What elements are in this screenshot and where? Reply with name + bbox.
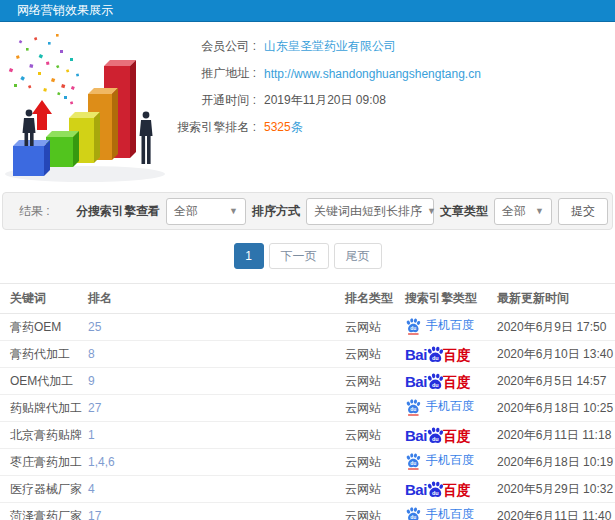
baidu-paw-icon: du (426, 372, 444, 390)
update-time-cell: 2020年6月18日 10:25 (497, 395, 615, 422)
svg-text:du: du (410, 515, 416, 520)
rank-unit: 条 (291, 120, 303, 134)
baidu-logo-latin: Bai (405, 482, 427, 498)
rank-type-cell: 云网站 (345, 503, 405, 520)
rank-link[interactable]: 27 (88, 401, 101, 415)
svg-text:du: du (410, 407, 416, 412)
baidu-logo-latin: Bai (405, 374, 427, 390)
svg-text:du: du (432, 382, 439, 388)
keyword-cell: 膏药OEM (0, 314, 88, 341)
keyword-header: 关键词 (0, 284, 88, 314)
table-header-row: 关键词 排名 排名类型 搜索引擎类型 最新更新时间 (0, 284, 615, 314)
rank-type-cell: 云网站 (345, 476, 405, 503)
promo-url-row: 推广地址 : http://www.shandonghuangshengtang… (172, 65, 615, 82)
rank-type-cell: 云网站 (345, 314, 405, 341)
baidu-logo-hanzi: 百度 (443, 375, 471, 390)
baidu-logo-hanzi: 百度 (443, 429, 471, 444)
rank-cell: 25 (88, 314, 345, 341)
update-time-cell: 2020年6月11日 11:18 (497, 422, 615, 449)
rank-count: 5325 (264, 120, 291, 134)
table-row: OEM代加工 9 云网站 Bai du 百度 2020年6月5日 14:57 (0, 368, 615, 395)
bar-green (46, 131, 79, 167)
table-row: 药贴牌代加工 27 云网站 du 手机百度 2020年6月18日 10:25 (0, 395, 615, 422)
engine-rank-value[interactable]: 5325条 (264, 119, 615, 136)
rank-cell: 8 (88, 341, 345, 368)
table-row: 膏药代加工 8 云网站 Bai du 百度 2020年6月10日 13:40 (0, 341, 615, 368)
baidu-logo-badge: Bai du 百度 (405, 345, 471, 363)
update-time-cell: 2020年6月9日 17:50 (497, 314, 615, 341)
last-page-button[interactable]: 尾页 (334, 243, 382, 269)
baidu-paw-icon: du (426, 426, 444, 444)
pagination: 1 下一页 尾页 (0, 243, 615, 269)
mobile-baidu-label: 手机百度 (426, 398, 474, 415)
chevron-down-icon: ▼ (427, 206, 436, 216)
baidu-logo-badge: Bai du 百度 (405, 372, 471, 390)
rank-type-cell: 云网站 (345, 395, 405, 422)
engine-cell: Bai du 百度 (405, 422, 497, 449)
rank-type-header: 排名类型 (345, 284, 405, 314)
engine-filter-value: 全部 (174, 203, 198, 220)
growth-chart-image (0, 26, 190, 186)
chevron-down-icon: ▼ (535, 206, 544, 216)
baidu-logo-latin: Bai (405, 347, 427, 363)
table-row: 枣庄膏药加工 1,4,6 云网站 du 手机百度 2020年6月18日 10:1… (0, 449, 615, 476)
sort-select[interactable]: 关键词由短到长排序 ▼ (306, 198, 434, 225)
up-arrow (32, 100, 52, 130)
rank-link[interactable]: 1 (88, 428, 95, 442)
baidu-paw-icon: du (405, 398, 421, 416)
article-type-select[interactable]: 全部 ▼ (494, 198, 552, 225)
baidu-logo-badge: Bai du 百度 (405, 480, 471, 498)
update-time-cell: 2020年6月5日 14:57 (497, 368, 615, 395)
rank-link[interactable]: 1,4,6 (88, 455, 115, 469)
sort-value: 关键词由短到长排序 (314, 203, 422, 220)
engine-cell: Bai du 百度 (405, 341, 497, 368)
engine-filter-label: 分搜索引擎查看 (76, 203, 160, 220)
rank-cell: 27 (88, 395, 345, 422)
filter-controls: 分搜索引擎查看 全部 ▼ 排序方式 关键词由短到长排序 ▼ 文章类型 全部 ▼ … (76, 198, 608, 225)
rank-link[interactable]: 9 (88, 374, 95, 388)
rank-header: 排名 (88, 284, 345, 314)
next-page-button[interactable]: 下一页 (269, 243, 329, 269)
svg-text:du: du (410, 326, 416, 331)
account-info-section: 会员公司 : 山东皇圣堂药业有限公司 推广地址 : http://www.sha… (0, 22, 615, 190)
mobile-baidu-badge: du 手机百度 (405, 317, 474, 335)
update-time-header: 最新更新时间 (497, 284, 615, 314)
svg-text:du: du (432, 355, 439, 361)
submit-button[interactable]: 提交 (558, 198, 608, 225)
baidu-logo-latin: Bai (405, 428, 427, 444)
mobile-baidu-badge: du 手机百度 (405, 452, 474, 470)
mobile-baidu-label: 手机百度 (426, 506, 474, 520)
mobile-baidu-label: 手机百度 (426, 317, 474, 334)
rank-link[interactable]: 8 (88, 347, 95, 361)
update-time-cell: 2020年6月11日 11:40 (497, 503, 615, 520)
svg-text:du: du (432, 490, 439, 496)
engine-cell: du 手机百度 (405, 449, 497, 476)
rank-link[interactable]: 17 (88, 509, 101, 520)
open-time-row: 开通时间 : 2019年11月20日 09:08 (172, 92, 615, 109)
table-row: 菏泽膏药厂家 17 云网站 du 手机百度 2020年6月11日 11:40 (0, 503, 615, 520)
baidu-paw-icon: du (405, 317, 421, 335)
open-time-value: 2019年11月20日 09:08 (264, 92, 615, 109)
baidu-paw-icon: du (426, 480, 444, 498)
results-table: 关键词 排名 排名类型 搜索引擎类型 最新更新时间 膏药OEM 25 云网站 d… (0, 283, 615, 520)
mobile-baidu-badge: du 手机百度 (405, 506, 474, 520)
keyword-cell: 膏药代加工 (0, 341, 88, 368)
rank-link[interactable]: 25 (88, 320, 101, 334)
engine-filter-select[interactable]: 全部 ▼ (166, 198, 246, 225)
engine-cell: du 手机百度 (405, 395, 497, 422)
mobile-baidu-badge: du 手机百度 (405, 398, 474, 416)
page-1-button[interactable]: 1 (234, 243, 264, 269)
page-title: 网络营销效果展示 (17, 3, 113, 17)
rank-cell: 1,4,6 (88, 449, 345, 476)
confetti-dots (9, 34, 79, 104)
result-label: 结果 : (19, 203, 50, 220)
filter-bar: 结果 : 分搜索引擎查看 全部 ▼ 排序方式 关键词由短到长排序 ▼ 文章类型 … (2, 192, 613, 230)
promo-url-link[interactable]: http://www.shandonghuangshengtang.cn (264, 67, 615, 81)
company-link[interactable]: 山东皇圣堂药业有限公司 (264, 38, 615, 55)
engine-cell: du 手机百度 (405, 503, 497, 520)
rank-link[interactable]: 4 (88, 482, 95, 496)
businessman-right (140, 112, 153, 164)
engine-type-header: 搜索引擎类型 (405, 284, 497, 314)
svg-text:du: du (432, 436, 439, 442)
table-row: 医疗器械厂家 4 云网站 Bai du 百度 2020年5月29日 10:32 (0, 476, 615, 503)
